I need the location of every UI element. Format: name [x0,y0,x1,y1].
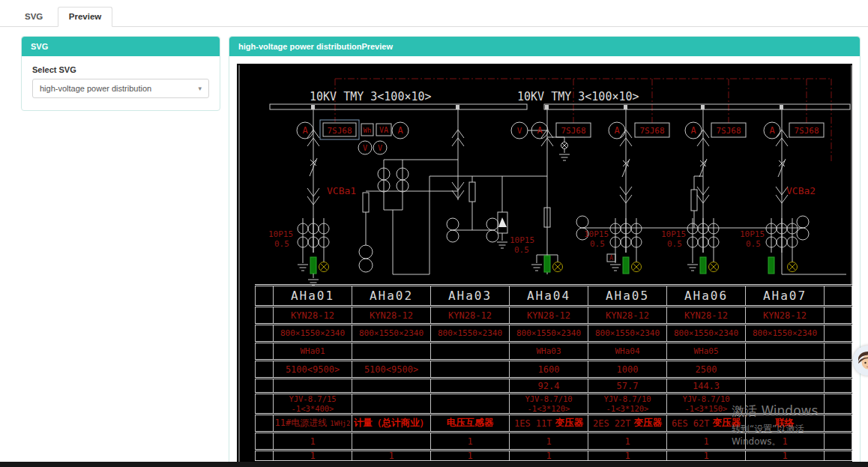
table-header-row: AHa01AHa02AHa03AHa04AHa05AHa06AHa07 [255,284,852,305]
table-cell: 1 [746,451,825,460]
table-cell: 1000 [588,361,667,377]
table-cell [825,307,852,323]
table-cell: WHa03 [510,343,588,359]
svg-select-panel: SVG Select SVG high-voltage power distri… [21,36,220,111]
table-cell: 计量（总计商业） [352,415,431,431]
svg-text:A: A [690,125,696,136]
table-cell: 1600 [510,361,588,377]
table-row: 5100<9500>5100<9500>160010002500 [255,359,852,377]
svg-text:V: V [378,144,382,152]
table-cell [255,433,274,449]
tab-svg[interactable]: SVG [13,7,54,27]
table-cell [352,433,431,449]
table-cell [746,343,825,359]
svg-text:A: A [769,125,775,136]
watermark-line2: 转到“设置”以激活 Windows。 [732,423,852,448]
tab-preview[interactable]: Preview [58,7,112,27]
table-cell: 1 [274,433,352,449]
table-row: WHa01WHa03WHa04WHa05 [255,341,852,359]
table-cell [431,379,510,392]
table-header-cell: AHa05 [588,286,667,305]
windows-activation-watermark: 激活 Windows 转到“设置”以激活 Windows。 [732,403,852,448]
table-cell: 1 [510,433,588,449]
table-cell: 2ES 22T变压器 [588,415,667,431]
table-cell: 57.7 [588,379,667,392]
svg-text:0.5: 0.5 [746,239,761,249]
table-cell [274,379,352,392]
select-svg-label: Select SVG [32,65,209,74]
watermark-line1: 激活 Windows [732,403,852,420]
busbar-1-label: 10KV TMY 3<100×10> [310,90,432,103]
table-header-cell: AHa07 [746,286,825,305]
table-cell [825,325,852,341]
chevron-down-icon: ▾ [198,85,202,92]
svg-text:0.5: 0.5 [274,239,289,249]
table-cell [825,361,852,377]
svg-text:10P15: 10P15 [510,235,534,245]
table-row: 92.457.7144.3 [255,377,852,392]
table-header-cell: AHa03 [431,286,510,305]
busbar-2-label: 10KV TMY 3<100×10> [517,90,639,103]
table-cell: KYN28-12 [588,307,667,323]
table-cell [352,379,431,392]
svg-text:0.5: 0.5 [514,245,529,255]
svg-text:VA: VA [379,126,388,134]
table-cell: 1 [588,433,667,449]
table-cell [825,451,852,460]
svg-text:10P15: 10P15 [661,229,686,239]
svg-select-dropdown[interactable]: high-voltage power distribution ▾ [32,79,209,98]
table-cell [746,379,825,392]
busbar-2 [544,104,850,109]
table-cell: 800×1550×2340 [352,325,431,341]
svg-text:A: A [614,125,620,136]
table-cell: WHa01 [274,343,352,359]
table-cell [825,343,852,359]
table-row: KYN28-12KYN28-12KYN28-12KYN28-12KYN28-12… [255,305,852,323]
table-cell [255,307,274,323]
table-cell: 5100<9500> [352,361,431,377]
table-row: 800×1550×2340800×1550×2340800×1550×23408… [255,323,852,341]
table-cell: 1 [510,451,588,460]
table-cell: 800×1550×2340 [510,325,588,341]
table-cell: YJV-8.7/10 -1<3*120> [588,394,667,413]
table-header-cell: AHa06 [667,286,746,305]
table-cell: 1 [431,451,510,460]
table-cell [825,379,852,392]
svg-text:V: V [517,126,522,136]
table-cell: KYN28-12 [510,307,588,323]
table-cell: 1 [667,451,746,460]
table-cell: WHa05 [667,343,746,359]
table-cell [255,343,274,359]
table-cell: 5100<9500> [274,361,352,377]
table-row: 1111111 [255,449,852,463]
table-cell: 800×1550×2340 [667,325,746,341]
svg-drawing-area: 10KV TMY 3<100×10> 10KV TMY 3<100×10> A … [237,64,852,464]
relay-label: 7SJ68 [794,126,819,136]
table-cell: 电压互感器 [431,415,510,431]
table-cell: 1ES 11T变压器 [510,415,588,431]
table-cell: WHa04 [588,343,667,359]
table-cell: 800×1550×2340 [274,325,352,341]
table-cell: 800×1550×2340 [431,325,510,341]
svg-text:A: A [609,255,613,262]
table-cell: YJV-8.7/10 -1<3*120> [510,394,588,413]
table-cell: 1 [588,451,667,460]
svg-text:Wh: Wh [364,127,372,134]
table-cell: KYN28-12 [746,307,825,323]
table-cell: 92.4 [510,379,588,392]
relay-label: 7SJ68 [561,126,585,136]
table-cell: 1 [352,451,431,460]
table-cell [352,394,431,413]
svg-text:10P15: 10P15 [740,229,765,239]
table-cell: 800×1550×2340 [588,325,667,341]
table-header-cell [255,286,274,305]
table-cell: KYN28-12 [431,307,510,323]
table-cell: KYN28-12 [667,307,746,323]
breaker-label: VCBa1 [327,185,356,196]
svg-text:A: A [537,125,543,136]
tab-bar: SVG Preview [0,0,868,27]
table-cell [255,325,274,341]
svg-text:10P15: 10P15 [584,229,609,239]
table-cell [255,379,274,392]
table-cell [255,415,274,431]
